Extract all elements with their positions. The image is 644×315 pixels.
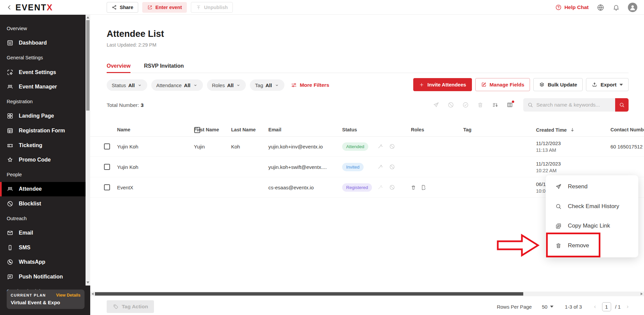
sidebar-item-promo-code[interactable]: Promo Code (0, 152, 86, 167)
magic-wand-icon[interactable] (377, 143, 383, 149)
search-button[interactable] (615, 98, 629, 112)
eventx-logo: EVENTX (15, 3, 53, 12)
rows-per-page-select[interactable]: 50 (542, 304, 553, 310)
caret-down-icon (620, 84, 623, 86)
unpublish-button[interactable]: Unpublish (191, 2, 233, 13)
tab-overview[interactable]: Overview (107, 59, 130, 73)
context-menu-item-copy-magic-link[interactable]: Copy Magic Link (546, 216, 638, 236)
scroll-left-icon[interactable] (92, 293, 94, 295)
filter-status[interactable]: StatusAll (107, 79, 147, 91)
row-checkbox[interactable] (104, 143, 110, 149)
layers-icon (539, 82, 545, 87)
page-title: Attendee List (107, 29, 164, 39)
magic-wand-icon[interactable] (377, 164, 383, 170)
scroll-right-icon[interactable] (641, 293, 643, 295)
sidebar-scroll-thumb[interactable] (86, 20, 90, 111)
back-chevron-icon[interactable] (6, 4, 13, 11)
sidebar-item-sms[interactable]: SMS (0, 240, 86, 255)
scroll-down-icon[interactable] (87, 281, 89, 284)
sidebar-item-dashboard[interactable]: Dashboard (0, 36, 86, 51)
column-header-contact-number: Contact Number (610, 127, 644, 132)
magic-wand-icon[interactable] (377, 184, 383, 190)
share-button[interactable]: Share (107, 2, 138, 13)
block-icon (389, 184, 395, 190)
context-menu-item-resend[interactable]: Resend (546, 177, 638, 197)
help-chat-button[interactable]: Help Chat (555, 4, 589, 11)
trash-icon (555, 242, 562, 249)
bell-icon[interactable] (612, 4, 620, 11)
view-details-link[interactable]: View Details (56, 293, 80, 298)
manage-fields-button[interactable]: Manage Fields (475, 78, 530, 91)
more-filters-button[interactable]: More Filters (290, 82, 329, 88)
invite-attendees-button[interactable]: Invite Attendees (413, 78, 472, 91)
status-badge: Attended (342, 142, 368, 151)
columns-icon[interactable] (506, 102, 513, 108)
status-badge: Registered (342, 183, 372, 192)
export-button[interactable]: Export (586, 78, 629, 91)
tab-rsvp-invitation[interactable]: RSVP Invitation (144, 59, 184, 73)
sidebar-item-event-settings[interactable]: Event Settings (0, 65, 86, 80)
sidebar-item-push-notification[interactable]: Push Notification (0, 269, 86, 284)
row-checkbox[interactable] (104, 164, 110, 170)
send-icon (433, 102, 439, 108)
block-icon[interactable] (389, 184, 395, 190)
last-updated: Last Updated: 2:29 PM (107, 42, 156, 48)
table-row[interactable]: Yujin KohYujinKohyujin.koh+inv@eventx.io… (90, 136, 644, 157)
avatar[interactable] (628, 3, 637, 12)
block-icon[interactable] (389, 143, 395, 149)
phone-icon (7, 244, 13, 251)
block-icon[interactable] (389, 164, 395, 170)
check-circle-icon[interactable] (462, 102, 469, 108)
scroll-up-icon[interactable] (87, 16, 89, 18)
sidebar-item-whatsapp[interactable]: WhatsApp (0, 255, 86, 270)
search-input[interactable] (536, 102, 611, 108)
tag-action-button[interactable]: Tag Action (107, 300, 154, 313)
enter-event-button[interactable]: Enter event (142, 2, 187, 13)
filter-tag[interactable]: TagAll (250, 79, 284, 91)
top-header: EVENTX Share Enter event Unpublish Help … (0, 0, 644, 15)
column-header-status: Status (342, 127, 357, 132)
table-icon (7, 127, 13, 134)
row-checkbox[interactable] (104, 184, 110, 190)
sidebar-item-landing-page[interactable]: Landing Page (0, 109, 86, 124)
sidebar-item-attendee[interactable]: Attendee (0, 182, 86, 197)
sidebar-item-event-manager[interactable]: Event Manager (0, 79, 86, 94)
filter-roles[interactable]: RolesAll (207, 79, 246, 91)
search-icon (527, 102, 533, 108)
podium-icon[interactable] (410, 184, 417, 191)
column-header-last-name: Last Name (231, 127, 256, 132)
sidebar-item-blocklist[interactable]: Blocklist (0, 196, 86, 211)
search-box (523, 98, 615, 112)
logo-x: X (47, 3, 53, 12)
column-header-created-time[interactable]: Created Time (536, 127, 575, 133)
page-number-input[interactable]: 1 (602, 302, 611, 311)
event-settings-icon (7, 69, 13, 76)
sidebar-scrollbar[interactable] (86, 15, 90, 286)
doc-check-icon[interactable] (420, 184, 427, 191)
sort-icon[interactable] (492, 102, 498, 108)
question-icon (555, 4, 562, 11)
table-row[interactable]: Yujin Kohyujin.koh+swift@eventx....Invit… (90, 157, 644, 177)
globe-icon[interactable] (597, 4, 604, 11)
horizontal-scroll-thumb[interactable] (95, 292, 523, 296)
horizontal-scrollbar[interactable] (90, 292, 644, 296)
cell-contact-number: 60 165017512 (610, 144, 643, 149)
sidebar-item-registration-form[interactable]: Registration Form (0, 123, 86, 138)
filter-attendance[interactable]: AttendanceAll (151, 79, 203, 91)
next-page-icon[interactable]: › (627, 303, 629, 310)
prev-page-icon[interactable]: ‹ (594, 303, 596, 310)
annotation-arrow-icon (496, 233, 540, 257)
people-icon (7, 83, 13, 90)
wand-icon (377, 143, 383, 149)
bulk-update-button[interactable]: Bulk Update (533, 78, 583, 91)
trash-icon[interactable] (477, 102, 484, 108)
cell-created-time: 11:13 AM (536, 147, 561, 153)
sidebar-item-ticketing[interactable]: Ticketing (0, 138, 86, 153)
context-menu-item-remove[interactable]: Remove (546, 236, 638, 256)
context-menu-item-check-email-history[interactable]: Check Email History (546, 197, 638, 216)
unpublish-icon (196, 5, 201, 10)
wand-icon (377, 184, 383, 190)
block-icon[interactable] (447, 102, 454, 108)
sidebar-item-email[interactable]: Email (0, 226, 86, 240)
send-icon[interactable] (433, 102, 439, 108)
